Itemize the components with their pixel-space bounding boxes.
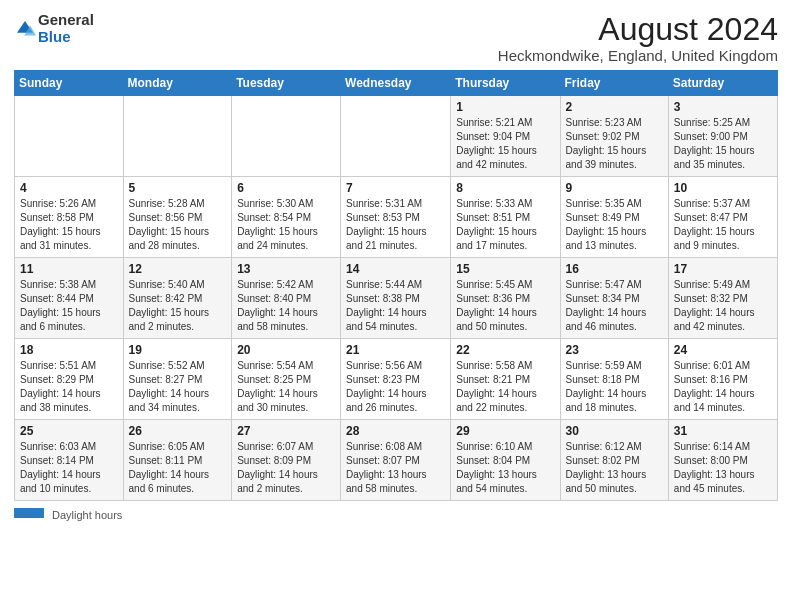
day-number: 10 <box>674 181 772 195</box>
day-number: 4 <box>20 181 118 195</box>
day-info: Sunrise: 6:14 AM Sunset: 8:00 PM Dayligh… <box>674 440 772 496</box>
day-info: Sunrise: 5:51 AM Sunset: 8:29 PM Dayligh… <box>20 359 118 415</box>
calendar-cell: 31Sunrise: 6:14 AM Sunset: 8:00 PM Dayli… <box>668 420 777 501</box>
page: General Blue August 2024 Heckmondwike, E… <box>0 0 792 612</box>
day-number: 17 <box>674 262 772 276</box>
day-number: 16 <box>566 262 663 276</box>
day-info: Sunrise: 5:44 AM Sunset: 8:38 PM Dayligh… <box>346 278 445 334</box>
calendar-cell <box>341 96 451 177</box>
week-row-4: 18Sunrise: 5:51 AM Sunset: 8:29 PM Dayli… <box>15 339 778 420</box>
calendar-cell: 23Sunrise: 5:59 AM Sunset: 8:18 PM Dayli… <box>560 339 668 420</box>
logo-icon <box>14 18 36 40</box>
calendar-cell: 18Sunrise: 5:51 AM Sunset: 8:29 PM Dayli… <box>15 339 124 420</box>
day-info: Sunrise: 5:37 AM Sunset: 8:47 PM Dayligh… <box>674 197 772 253</box>
footer: Daylight hours <box>14 505 778 521</box>
col-header-saturday: Saturday <box>668 71 777 96</box>
calendar-cell <box>123 96 232 177</box>
daylight-label: Daylight hours <box>52 509 122 521</box>
day-number: 18 <box>20 343 118 357</box>
calendar-header: SundayMondayTuesdayWednesdayThursdayFrid… <box>15 71 778 96</box>
day-number: 31 <box>674 424 772 438</box>
col-header-tuesday: Tuesday <box>232 71 341 96</box>
calendar-cell: 25Sunrise: 6:03 AM Sunset: 8:14 PM Dayli… <box>15 420 124 501</box>
day-number: 23 <box>566 343 663 357</box>
logo-general: General <box>38 11 94 28</box>
calendar-cell: 30Sunrise: 6:12 AM Sunset: 8:02 PM Dayli… <box>560 420 668 501</box>
day-info: Sunrise: 5:58 AM Sunset: 8:21 PM Dayligh… <box>456 359 554 415</box>
calendar-cell: 7Sunrise: 5:31 AM Sunset: 8:53 PM Daylig… <box>341 177 451 258</box>
week-row-2: 4Sunrise: 5:26 AM Sunset: 8:58 PM Daylig… <box>15 177 778 258</box>
calendar-cell: 11Sunrise: 5:38 AM Sunset: 8:44 PM Dayli… <box>15 258 124 339</box>
calendar-body: 1Sunrise: 5:21 AM Sunset: 9:04 PM Daylig… <box>15 96 778 501</box>
calendar-cell: 12Sunrise: 5:40 AM Sunset: 8:42 PM Dayli… <box>123 258 232 339</box>
calendar-cell: 10Sunrise: 5:37 AM Sunset: 8:47 PM Dayli… <box>668 177 777 258</box>
day-number: 19 <box>129 343 227 357</box>
calendar-cell: 20Sunrise: 5:54 AM Sunset: 8:25 PM Dayli… <box>232 339 341 420</box>
logo-text: General Blue <box>38 12 94 45</box>
day-number: 7 <box>346 181 445 195</box>
day-number: 21 <box>346 343 445 357</box>
subtitle: Heckmondwike, England, United Kingdom <box>498 47 778 64</box>
day-number: 22 <box>456 343 554 357</box>
col-header-friday: Friday <box>560 71 668 96</box>
calendar: SundayMondayTuesdayWednesdayThursdayFrid… <box>14 70 778 501</box>
day-info: Sunrise: 5:26 AM Sunset: 8:58 PM Dayligh… <box>20 197 118 253</box>
header-row: SundayMondayTuesdayWednesdayThursdayFrid… <box>15 71 778 96</box>
day-info: Sunrise: 5:49 AM Sunset: 8:32 PM Dayligh… <box>674 278 772 334</box>
day-info: Sunrise: 6:03 AM Sunset: 8:14 PM Dayligh… <box>20 440 118 496</box>
day-number: 27 <box>237 424 335 438</box>
day-number: 12 <box>129 262 227 276</box>
day-info: Sunrise: 5:21 AM Sunset: 9:04 PM Dayligh… <box>456 116 554 172</box>
logo: General Blue <box>14 12 94 45</box>
day-info: Sunrise: 5:59 AM Sunset: 8:18 PM Dayligh… <box>566 359 663 415</box>
day-number: 24 <box>674 343 772 357</box>
day-info: Sunrise: 5:30 AM Sunset: 8:54 PM Dayligh… <box>237 197 335 253</box>
day-info: Sunrise: 5:42 AM Sunset: 8:40 PM Dayligh… <box>237 278 335 334</box>
calendar-cell <box>232 96 341 177</box>
daylight-bar-icon <box>14 508 44 518</box>
title-block: August 2024 Heckmondwike, England, Unite… <box>498 12 778 64</box>
logo-blue: Blue <box>38 28 71 45</box>
day-number: 14 <box>346 262 445 276</box>
calendar-cell: 6Sunrise: 5:30 AM Sunset: 8:54 PM Daylig… <box>232 177 341 258</box>
day-number: 2 <box>566 100 663 114</box>
day-info: Sunrise: 6:07 AM Sunset: 8:09 PM Dayligh… <box>237 440 335 496</box>
calendar-cell: 14Sunrise: 5:44 AM Sunset: 8:38 PM Dayli… <box>341 258 451 339</box>
day-info: Sunrise: 6:10 AM Sunset: 8:04 PM Dayligh… <box>456 440 554 496</box>
calendar-cell: 9Sunrise: 5:35 AM Sunset: 8:49 PM Daylig… <box>560 177 668 258</box>
day-number: 9 <box>566 181 663 195</box>
day-number: 3 <box>674 100 772 114</box>
main-title: August 2024 <box>498 12 778 47</box>
day-number: 8 <box>456 181 554 195</box>
calendar-cell: 1Sunrise: 5:21 AM Sunset: 9:04 PM Daylig… <box>451 96 560 177</box>
week-row-5: 25Sunrise: 6:03 AM Sunset: 8:14 PM Dayli… <box>15 420 778 501</box>
calendar-cell: 19Sunrise: 5:52 AM Sunset: 8:27 PM Dayli… <box>123 339 232 420</box>
day-number: 28 <box>346 424 445 438</box>
day-info: Sunrise: 5:56 AM Sunset: 8:23 PM Dayligh… <box>346 359 445 415</box>
calendar-cell: 13Sunrise: 5:42 AM Sunset: 8:40 PM Dayli… <box>232 258 341 339</box>
day-info: Sunrise: 5:23 AM Sunset: 9:02 PM Dayligh… <box>566 116 663 172</box>
calendar-cell: 26Sunrise: 6:05 AM Sunset: 8:11 PM Dayli… <box>123 420 232 501</box>
day-info: Sunrise: 5:25 AM Sunset: 9:00 PM Dayligh… <box>674 116 772 172</box>
calendar-cell: 29Sunrise: 6:10 AM Sunset: 8:04 PM Dayli… <box>451 420 560 501</box>
calendar-cell: 17Sunrise: 5:49 AM Sunset: 8:32 PM Dayli… <box>668 258 777 339</box>
calendar-cell: 15Sunrise: 5:45 AM Sunset: 8:36 PM Dayli… <box>451 258 560 339</box>
calendar-cell: 4Sunrise: 5:26 AM Sunset: 8:58 PM Daylig… <box>15 177 124 258</box>
day-info: Sunrise: 5:54 AM Sunset: 8:25 PM Dayligh… <box>237 359 335 415</box>
day-number: 26 <box>129 424 227 438</box>
col-header-thursday: Thursday <box>451 71 560 96</box>
day-info: Sunrise: 5:28 AM Sunset: 8:56 PM Dayligh… <box>129 197 227 253</box>
week-row-3: 11Sunrise: 5:38 AM Sunset: 8:44 PM Dayli… <box>15 258 778 339</box>
calendar-cell: 28Sunrise: 6:08 AM Sunset: 8:07 PM Dayli… <box>341 420 451 501</box>
header: General Blue August 2024 Heckmondwike, E… <box>14 12 778 64</box>
calendar-cell: 22Sunrise: 5:58 AM Sunset: 8:21 PM Dayli… <box>451 339 560 420</box>
calendar-cell: 3Sunrise: 5:25 AM Sunset: 9:00 PM Daylig… <box>668 96 777 177</box>
day-info: Sunrise: 6:01 AM Sunset: 8:16 PM Dayligh… <box>674 359 772 415</box>
calendar-cell: 8Sunrise: 5:33 AM Sunset: 8:51 PM Daylig… <box>451 177 560 258</box>
day-info: Sunrise: 5:47 AM Sunset: 8:34 PM Dayligh… <box>566 278 663 334</box>
day-number: 13 <box>237 262 335 276</box>
day-number: 6 <box>237 181 335 195</box>
col-header-sunday: Sunday <box>15 71 124 96</box>
calendar-cell: 2Sunrise: 5:23 AM Sunset: 9:02 PM Daylig… <box>560 96 668 177</box>
calendar-cell <box>15 96 124 177</box>
